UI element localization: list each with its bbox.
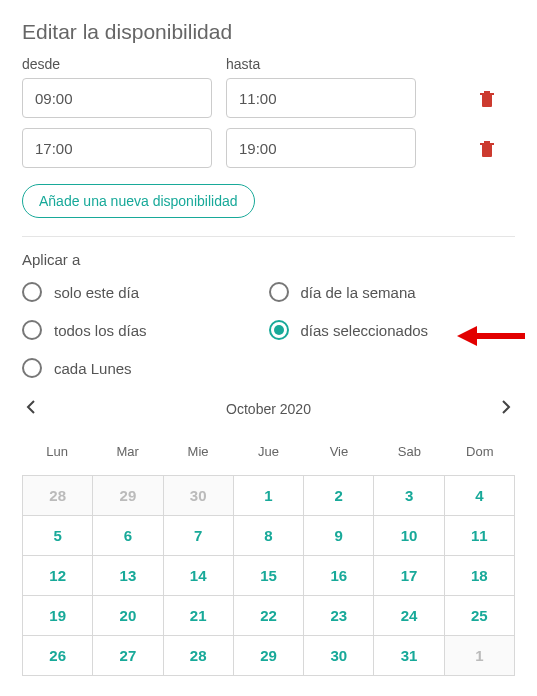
chevron-right-icon [501,400,511,414]
radio-icon [269,320,289,340]
calendar-next-button[interactable] [497,396,515,422]
calendar-day[interactable]: 29 [234,636,304,676]
radio-label: solo este día [54,284,139,301]
calendar-day[interactable]: 23 [304,596,374,636]
calendar-weekday: Lun [22,438,92,465]
calendar-title: October 2020 [226,401,311,417]
radio-selected-days[interactable]: días seleccionados [269,320,516,340]
calendar-day[interactable]: 14 [164,556,234,596]
calendar-day: 1 [445,636,515,676]
radio-only-this-day[interactable]: solo este día [22,282,269,302]
radio-every-monday[interactable]: cada Lunes [22,358,269,378]
calendar-day: 30 [164,476,234,516]
chevron-left-icon [26,400,36,414]
radio-icon [22,282,42,302]
calendar-day[interactable]: 30 [304,636,374,676]
calendar-day: 28 [23,476,93,516]
calendar-day[interactable]: 11 [445,516,515,556]
radio-icon [22,358,42,378]
calendar-day[interactable]: 5 [23,516,93,556]
calendar-weekdays: LunMarMieJueVieSabDom [22,438,515,465]
calendar-day[interactable]: 22 [234,596,304,636]
calendar-day[interactable]: 31 [374,636,444,676]
calendar-day[interactable]: 18 [445,556,515,596]
from-input[interactable] [22,128,212,168]
trash-icon [479,139,495,157]
calendar-day[interactable]: 19 [23,596,93,636]
time-row [22,128,515,168]
radio-every-day[interactable]: todos los días [22,320,269,340]
calendar-day[interactable]: 25 [445,596,515,636]
calendar-day: 29 [93,476,163,516]
calendar-grid: 2829301234567891011121314151617181920212… [22,475,515,676]
calendar-day[interactable]: 20 [93,596,163,636]
dialog-title: Editar la disponibilidad [22,20,515,44]
calendar-day[interactable]: 26 [23,636,93,676]
to-input[interactable] [226,78,416,118]
calendar-weekday: Mie [163,438,233,465]
trash-icon [479,89,495,107]
radio-label: todos los días [54,322,147,339]
calendar-weekday: Jue [233,438,303,465]
calendar-day[interactable]: 17 [374,556,444,596]
calendar-prev-button[interactable] [22,396,40,422]
radio-icon [22,320,42,340]
calendar-day[interactable]: 15 [234,556,304,596]
add-availability-button[interactable]: Añade una nueva disponibilidad [22,184,255,218]
calendar-day[interactable]: 8 [234,516,304,556]
calendar-day[interactable]: 16 [304,556,374,596]
calendar-day[interactable]: 4 [445,476,515,516]
calendar-day[interactable]: 9 [304,516,374,556]
radio-label: cada Lunes [54,360,132,377]
radio-weekday[interactable]: día de la semana [269,282,516,302]
divider [22,236,515,237]
from-label: desde [22,56,212,72]
apply-to-label: Aplicar a [22,251,515,268]
calendar-weekday: Dom [445,438,515,465]
calendar-day[interactable]: 7 [164,516,234,556]
calendar-day[interactable]: 21 [164,596,234,636]
calendar-day[interactable]: 28 [164,636,234,676]
to-input[interactable] [226,128,416,168]
time-row [22,78,515,118]
to-label: hasta [226,56,416,72]
calendar-day[interactable]: 10 [374,516,444,556]
calendar-weekday: Mar [92,438,162,465]
calendar-day[interactable]: 1 [234,476,304,516]
from-input[interactable] [22,78,212,118]
apply-to-options: solo este día día de la semana todos los… [22,282,515,378]
calendar-day[interactable]: 24 [374,596,444,636]
calendar-day[interactable]: 13 [93,556,163,596]
delete-row-button[interactable] [477,88,497,108]
radio-label: días seleccionados [301,322,429,339]
calendar-day[interactable]: 3 [374,476,444,516]
calendar-weekday: Sab [374,438,444,465]
calendar-day[interactable]: 27 [93,636,163,676]
radio-label: día de la semana [301,284,416,301]
radio-icon [269,282,289,302]
calendar-weekday: Vie [304,438,374,465]
calendar-day[interactable]: 6 [93,516,163,556]
delete-row-button[interactable] [477,138,497,158]
calendar-day[interactable]: 12 [23,556,93,596]
calendar-day[interactable]: 2 [304,476,374,516]
